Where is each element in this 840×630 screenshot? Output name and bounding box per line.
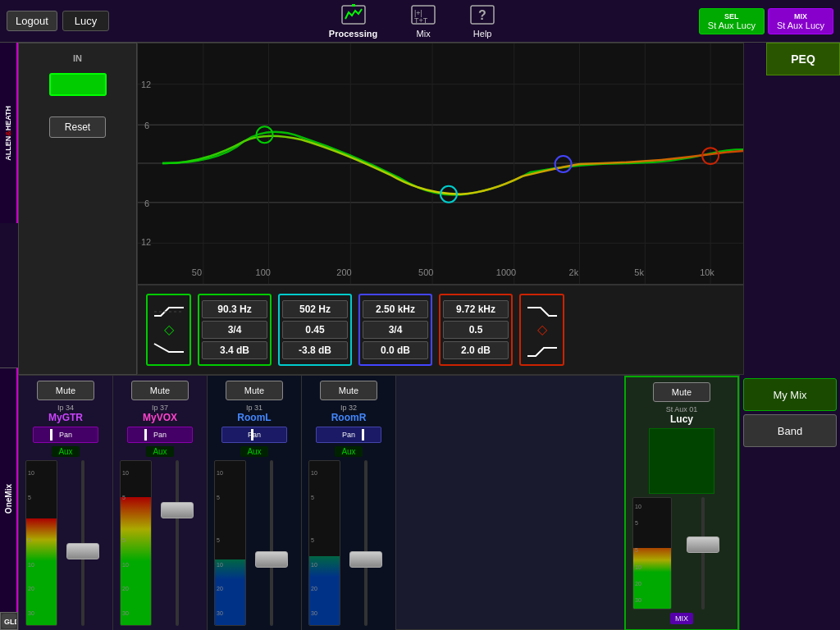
mute-master[interactable]: Mute bbox=[653, 382, 710, 402]
right-panel: My Mix Band bbox=[740, 375, 840, 630]
master-name: Lucy bbox=[670, 413, 693, 425]
eq-band4-freq[interactable]: 2.50 kHz 3/4 0.0 dB bbox=[358, 294, 432, 366]
onemix-sidebar: OneMix bbox=[0, 368, 18, 630]
fader-track-myvox bbox=[176, 460, 179, 626]
fader-myvox[interactable] bbox=[155, 460, 200, 626]
fader-handle-myvox[interactable] bbox=[161, 502, 194, 518]
eq-band3-q-value: 0.45 bbox=[282, 321, 348, 339]
channel-myvox: Mute Ip 37 MyVOX Pan Aux 10 5 5 10 20 30 bbox=[113, 376, 208, 630]
mix-button[interactable]: MIX St Aux Lucy bbox=[768, 8, 833, 34]
mix-badge[interactable]: MIX bbox=[670, 613, 693, 624]
pan-indicator-mygtr bbox=[50, 429, 52, 441]
svg-text:T+T: T+T bbox=[414, 16, 428, 25]
sel-label: SEL bbox=[708, 12, 756, 21]
svg-rect-0 bbox=[342, 6, 365, 24]
master-id: St Aux 01 bbox=[666, 405, 698, 413]
fader-handle-roomr[interactable] bbox=[349, 551, 382, 568]
fader-section-rooml: 10 5 5 10 20 30 bbox=[211, 460, 298, 626]
eq-band4-q-value: 3/4 bbox=[363, 321, 428, 339]
mute-mygtr[interactable]: Mute bbox=[37, 381, 94, 400]
mute-myvox[interactable]: Mute bbox=[131, 381, 189, 400]
pan-indicator-rooml bbox=[251, 429, 253, 441]
svg-text:GLD: GLD bbox=[4, 618, 16, 626]
eq-display: 6 6 12 12 50 100 200 500 1000 2k 5k 10k bbox=[137, 43, 744, 285]
svg-text:200: 200 bbox=[336, 267, 351, 277]
channel-id-mygtr: Ip 34 bbox=[57, 404, 74, 412]
fader-roomr[interactable] bbox=[344, 460, 389, 626]
pan-roomr[interactable]: Pan bbox=[316, 427, 381, 443]
channel-name-rooml: RoomL bbox=[237, 412, 271, 423]
mix-label-hdr: MIX bbox=[777, 12, 824, 21]
eq-band5-freq[interactable]: 9.72 kHz 0.5 2.0 dB bbox=[439, 294, 513, 366]
in-button[interactable] bbox=[49, 73, 107, 96]
eq-band3-freq-value: 502 Hz bbox=[282, 300, 348, 318]
channel-id-roomr: Ip 32 bbox=[340, 404, 357, 412]
svg-text:6: 6 bbox=[144, 199, 149, 208]
master-display bbox=[649, 428, 714, 494]
fader-handle-rooml[interactable] bbox=[255, 551, 288, 568]
onemix-text: OneMix bbox=[4, 484, 13, 514]
eq-band5-freq-value: 9.72 kHz bbox=[443, 300, 509, 318]
meter-mygtr: 10 5 5 10 20 30 bbox=[25, 460, 57, 626]
pan-indicator-roomr bbox=[362, 429, 364, 441]
eq-band6-diamond: ◇ bbox=[537, 322, 547, 337]
nav-processing[interactable]: Processing bbox=[329, 4, 377, 39]
eq-band2-gain-value: 3.4 dB bbox=[202, 341, 267, 359]
channel-roomr: Mute Ip 32 RoomR Pan Aux 10 5 5 10 20 30 bbox=[302, 376, 396, 630]
logout-button[interactable]: Logout bbox=[7, 11, 57, 31]
fader-handle-master[interactable] bbox=[687, 536, 719, 553]
eq-graph[interactable]: 6 6 12 12 50 100 200 500 1000 2k 5k 10k bbox=[138, 43, 743, 284]
channel-type-roomr: Aux bbox=[335, 446, 362, 457]
nav-help[interactable]: ? Help bbox=[469, 4, 495, 39]
eq-band4-gain-value: 0.0 dB bbox=[363, 341, 428, 359]
fader-track-master bbox=[701, 497, 705, 609]
pan-myvox[interactable]: Pan bbox=[127, 427, 193, 443]
controls-panel: IN Reset bbox=[18, 43, 137, 375]
mixer-section: Mute Ip 34 MyGTR Pan Aux 10 5 5 10 20 30 bbox=[18, 375, 740, 630]
meter-nums-rooml: 10 5 5 10 20 30 bbox=[215, 461, 223, 625]
peq-button[interactable]: PEQ bbox=[766, 43, 840, 75]
brand-ampersand: & bbox=[4, 130, 12, 136]
pan-rooml[interactable]: Pan bbox=[221, 427, 287, 443]
nav-mix[interactable]: |+| T+T Mix bbox=[410, 4, 436, 39]
pan-label-mygtr: Pan bbox=[59, 431, 72, 439]
svg-text:1000: 1000 bbox=[496, 267, 516, 277]
svg-text:5k: 5k bbox=[634, 267, 644, 277]
channel-type-mygtr: Aux bbox=[52, 446, 79, 457]
brand-text: ALLEN&HEATH bbox=[4, 106, 12, 161]
fader-rooml[interactable] bbox=[249, 460, 294, 626]
fader-section-master: 10 5 5 10 20 30 bbox=[629, 497, 734, 609]
pan-mygtr[interactable]: Pan bbox=[33, 427, 98, 443]
eq-band2-freq-value: 90.3 Hz bbox=[202, 300, 267, 318]
meter-rooml: 10 5 5 10 20 30 bbox=[214, 460, 246, 626]
eq-band1-shape[interactable]: ◇ bbox=[146, 294, 191, 366]
sel-button[interactable]: SEL St Aux Lucy bbox=[699, 8, 765, 34]
fader-mygtr[interactable] bbox=[61, 460, 106, 626]
fader-master[interactable] bbox=[675, 497, 731, 609]
reset-button[interactable]: Reset bbox=[49, 116, 106, 138]
eq-band5-gain-value: 2.0 dB bbox=[443, 341, 509, 359]
channel-type-myvox: Aux bbox=[146, 446, 173, 457]
band-button[interactable]: Band bbox=[743, 414, 837, 447]
meter-nums-mygtr: 10 5 5 10 20 30 bbox=[26, 461, 34, 625]
eq-band2-freq[interactable]: 90.3 Hz 3/4 3.4 dB bbox=[198, 294, 272, 366]
mute-roomr[interactable]: Mute bbox=[320, 381, 377, 400]
pan-indicator-myvox bbox=[144, 429, 147, 441]
fader-track-roomr bbox=[364, 460, 368, 626]
sel-mix-panel: SEL St Aux Lucy MIX St Aux Lucy bbox=[699, 8, 833, 34]
eq-band1-diamond: ◇ bbox=[164, 322, 174, 337]
in-label: IN bbox=[73, 53, 82, 63]
eq-band6-shape[interactable]: ◇ bbox=[519, 294, 564, 366]
eq-band3-freq[interactable]: 502 Hz 0.45 -3.8 dB bbox=[278, 294, 352, 366]
meter-nums-roomr: 10 5 5 10 20 30 bbox=[309, 461, 317, 625]
my-mix-button[interactable]: My Mix bbox=[743, 378, 837, 411]
svg-text:6: 6 bbox=[144, 121, 149, 130]
mute-rooml[interactable]: Mute bbox=[226, 381, 283, 400]
svg-text:12: 12 bbox=[141, 237, 151, 247]
fader-section-myvox: 10 5 5 10 20 30 bbox=[116, 460, 203, 626]
meter-nums-master: 10 5 5 10 20 30 bbox=[633, 498, 641, 609]
brand-sidebar: ALLEN&HEATH bbox=[0, 43, 18, 223]
help-label: Help bbox=[473, 29, 492, 39]
fader-handle-mygtr[interactable] bbox=[66, 543, 99, 559]
gld-logo: GLD bbox=[0, 612, 18, 630]
